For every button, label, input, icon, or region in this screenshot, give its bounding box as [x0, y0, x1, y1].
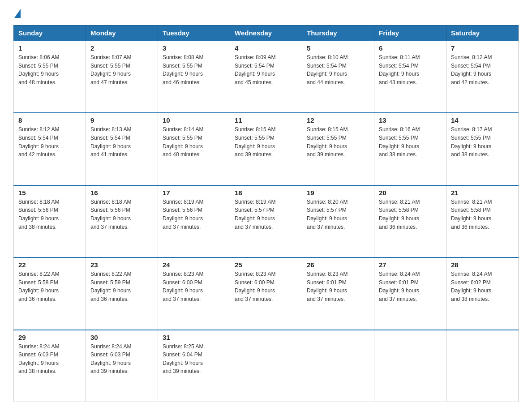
- calendar-cell: 24 Sunrise: 8:23 AMSunset: 6:00 PMDaylig…: [158, 257, 230, 330]
- day-number: 20: [379, 189, 442, 197]
- day-info: Sunrise: 8:23 AMSunset: 6:01 PMDaylight:…: [307, 270, 369, 303]
- calendar-cell: 12 Sunrise: 8:15 AMSunset: 5:55 PMDaylig…: [302, 113, 374, 185]
- day-number: 6: [379, 44, 442, 52]
- calendar-week-1: 1 Sunrise: 8:06 AMSunset: 5:55 PMDayligh…: [14, 41, 519, 113]
- calendar-cell: 22 Sunrise: 8:22 AMSunset: 5:58 PMDaylig…: [14, 257, 86, 330]
- logo-triangle-icon: [14, 9, 21, 18]
- calendar-header-row: SundayMondayTuesdayWednesdayThursdayFrid…: [14, 26, 519, 41]
- day-number: 8: [18, 116, 81, 124]
- calendar-cell: 9 Sunrise: 8:13 AMSunset: 5:54 PMDayligh…: [86, 113, 158, 185]
- day-number: 27: [379, 261, 442, 269]
- day-number: 16: [90, 189, 153, 197]
- day-number: 12: [307, 116, 369, 124]
- calendar-cell: 18 Sunrise: 8:19 AMSunset: 5:57 PMDaylig…: [230, 185, 302, 257]
- day-info: Sunrise: 8:13 AMSunset: 5:54 PMDaylight:…: [90, 125, 153, 158]
- day-info: Sunrise: 8:12 AMSunset: 5:54 PMDaylight:…: [451, 53, 514, 86]
- calendar-week-2: 8 Sunrise: 8:12 AMSunset: 5:54 PMDayligh…: [14, 113, 519, 185]
- day-number: 7: [451, 44, 514, 52]
- day-info: Sunrise: 8:12 AMSunset: 5:54 PMDaylight:…: [18, 125, 81, 158]
- day-info: Sunrise: 8:24 AMSunset: 6:03 PMDaylight:…: [90, 342, 153, 376]
- calendar-week-5: 29 Sunrise: 8:24 AMSunset: 6:03 PMDaylig…: [14, 330, 519, 402]
- calendar-cell: 17 Sunrise: 8:19 AMSunset: 5:56 PMDaylig…: [158, 185, 230, 257]
- calendar-cell: 7 Sunrise: 8:12 AMSunset: 5:54 PMDayligh…: [446, 41, 519, 113]
- day-info: Sunrise: 8:22 AMSunset: 5:58 PMDaylight:…: [18, 270, 81, 303]
- calendar-cell: [302, 330, 374, 402]
- day-number: 18: [235, 189, 297, 197]
- day-number: 4: [235, 44, 297, 52]
- calendar-cell: 20 Sunrise: 8:21 AMSunset: 5:58 PMDaylig…: [374, 185, 446, 257]
- col-header-wednesday: Wednesday: [230, 26, 302, 41]
- calendar-cell: 29 Sunrise: 8:24 AMSunset: 6:03 PMDaylig…: [14, 330, 86, 402]
- day-info: Sunrise: 8:20 AMSunset: 5:57 PMDaylight:…: [307, 198, 369, 231]
- calendar-cell: 21 Sunrise: 8:21 AMSunset: 5:58 PMDaylig…: [446, 185, 519, 257]
- day-number: 2: [90, 44, 153, 52]
- logo-text: [13, 9, 21, 17]
- calendar-cell: 25 Sunrise: 8:23 AMSunset: 6:00 PMDaylig…: [230, 257, 302, 330]
- day-info: Sunrise: 8:22 AMSunset: 5:59 PMDaylight:…: [90, 270, 153, 303]
- calendar-cell: 1 Sunrise: 8:06 AMSunset: 5:55 PMDayligh…: [14, 41, 86, 113]
- day-number: 29: [18, 334, 81, 341]
- day-number: 1: [18, 44, 81, 52]
- day-info: Sunrise: 8:23 AMSunset: 6:00 PMDaylight:…: [163, 270, 225, 303]
- day-info: Sunrise: 8:15 AMSunset: 5:55 PMDaylight:…: [235, 125, 297, 158]
- day-info: Sunrise: 8:21 AMSunset: 5:58 PMDaylight:…: [451, 198, 514, 231]
- day-info: Sunrise: 8:25 AMSunset: 6:04 PMDaylight:…: [163, 342, 225, 376]
- calendar-cell: 4 Sunrise: 8:09 AMSunset: 5:54 PMDayligh…: [230, 41, 302, 113]
- day-number: 26: [307, 261, 369, 269]
- calendar-cell: 31 Sunrise: 8:25 AMSunset: 6:04 PMDaylig…: [158, 330, 230, 402]
- col-header-friday: Friday: [374, 26, 446, 41]
- page: SundayMondayTuesdayWednesdayThursdayFrid…: [0, 0, 532, 411]
- calendar-cell: 11 Sunrise: 8:15 AMSunset: 5:55 PMDaylig…: [230, 113, 302, 185]
- day-number: 22: [18, 261, 81, 269]
- day-info: Sunrise: 8:19 AMSunset: 5:57 PMDaylight:…: [235, 198, 297, 231]
- day-number: 31: [163, 334, 225, 341]
- calendar-cell: 16 Sunrise: 8:18 AMSunset: 5:56 PMDaylig…: [86, 185, 158, 257]
- day-info: Sunrise: 8:11 AMSunset: 5:54 PMDaylight:…: [379, 53, 442, 86]
- col-header-saturday: Saturday: [446, 26, 519, 41]
- day-info: Sunrise: 8:14 AMSunset: 5:55 PMDaylight:…: [163, 125, 225, 158]
- calendar-cell: [446, 330, 519, 402]
- calendar-cell: 13 Sunrise: 8:16 AMSunset: 5:55 PMDaylig…: [374, 113, 446, 185]
- day-number: 24: [163, 261, 225, 269]
- logo: [13, 9, 21, 17]
- day-number: 28: [451, 261, 514, 269]
- calendar-week-4: 22 Sunrise: 8:22 AMSunset: 5:58 PMDaylig…: [14, 257, 519, 330]
- day-number: 19: [307, 189, 369, 197]
- day-number: 25: [235, 261, 297, 269]
- col-header-sunday: Sunday: [14, 26, 86, 41]
- day-info: Sunrise: 8:09 AMSunset: 5:54 PMDaylight:…: [235, 53, 297, 86]
- day-number: 14: [451, 116, 514, 124]
- calendar-cell: 14 Sunrise: 8:17 AMSunset: 5:55 PMDaylig…: [446, 113, 519, 185]
- day-number: 30: [90, 334, 153, 341]
- calendar-cell: 10 Sunrise: 8:14 AMSunset: 5:55 PMDaylig…: [158, 113, 230, 185]
- calendar-cell: [230, 330, 302, 402]
- calendar-cell: 26 Sunrise: 8:23 AMSunset: 6:01 PMDaylig…: [302, 257, 374, 330]
- day-number: 3: [163, 44, 225, 52]
- calendar-cell: 2 Sunrise: 8:07 AMSunset: 5:55 PMDayligh…: [86, 41, 158, 113]
- day-info: Sunrise: 8:16 AMSunset: 5:55 PMDaylight:…: [379, 125, 442, 158]
- day-info: Sunrise: 8:15 AMSunset: 5:55 PMDaylight:…: [307, 125, 369, 158]
- day-number: 10: [163, 116, 225, 124]
- col-header-monday: Monday: [86, 26, 158, 41]
- calendar-week-3: 15 Sunrise: 8:18 AMSunset: 5:56 PMDaylig…: [14, 185, 519, 257]
- day-number: 5: [307, 44, 369, 52]
- calendar-cell: 6 Sunrise: 8:11 AMSunset: 5:54 PMDayligh…: [374, 41, 446, 113]
- calendar-cell: 3 Sunrise: 8:08 AMSunset: 5:55 PMDayligh…: [158, 41, 230, 113]
- day-number: 13: [379, 116, 442, 124]
- day-info: Sunrise: 8:19 AMSunset: 5:56 PMDaylight:…: [163, 198, 225, 231]
- calendar-cell: 8 Sunrise: 8:12 AMSunset: 5:54 PMDayligh…: [14, 113, 86, 185]
- day-number: 23: [90, 261, 153, 269]
- col-header-thursday: Thursday: [302, 26, 374, 41]
- calendar-cell: 15 Sunrise: 8:18 AMSunset: 5:56 PMDaylig…: [14, 185, 86, 257]
- calendar-cell: 27 Sunrise: 8:24 AMSunset: 6:01 PMDaylig…: [374, 257, 446, 330]
- day-info: Sunrise: 8:21 AMSunset: 5:58 PMDaylight:…: [379, 198, 442, 231]
- day-number: 9: [90, 116, 153, 124]
- day-info: Sunrise: 8:24 AMSunset: 6:02 PMDaylight:…: [451, 270, 514, 303]
- col-header-tuesday: Tuesday: [158, 26, 230, 41]
- calendar-cell: 5 Sunrise: 8:10 AMSunset: 5:54 PMDayligh…: [302, 41, 374, 113]
- day-info: Sunrise: 8:24 AMSunset: 6:01 PMDaylight:…: [379, 270, 442, 303]
- calendar-cell: 23 Sunrise: 8:22 AMSunset: 5:59 PMDaylig…: [86, 257, 158, 330]
- calendar-table: SundayMondayTuesdayWednesdayThursdayFrid…: [13, 25, 519, 402]
- day-info: Sunrise: 8:07 AMSunset: 5:55 PMDaylight:…: [90, 53, 153, 86]
- calendar-cell: 28 Sunrise: 8:24 AMSunset: 6:02 PMDaylig…: [446, 257, 519, 330]
